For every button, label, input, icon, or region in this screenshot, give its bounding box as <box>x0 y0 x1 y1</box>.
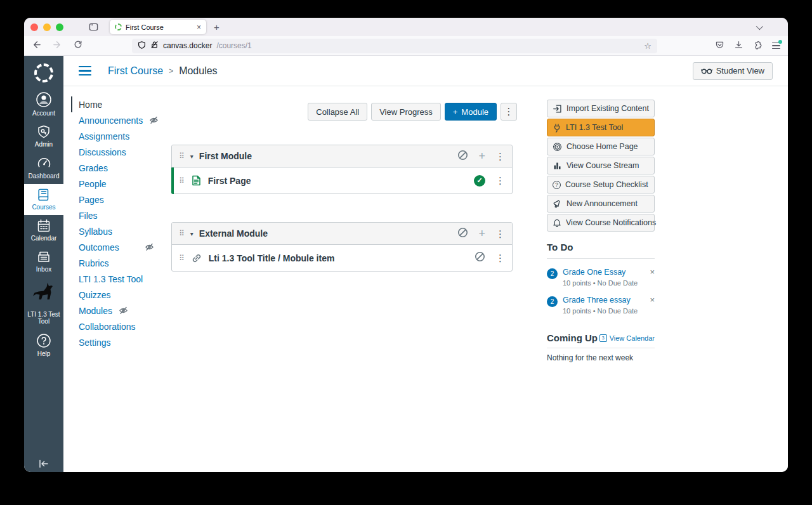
new-announcement-button[interactable]: New Announcement <box>547 195 655 213</box>
dismiss-todo-icon[interactable]: × <box>650 296 655 304</box>
modules-options-kebab-icon[interactable]: ⋮ <box>501 103 517 121</box>
unpublish-ban-icon[interactable] <box>457 150 468 163</box>
item-kebab-icon[interactable]: ⋮ <box>495 176 505 185</box>
gear-target-icon <box>553 142 562 152</box>
list-tabs-chevron-icon[interactable] <box>756 25 782 30</box>
item-kebab-icon[interactable]: ⋮ <box>495 253 505 263</box>
course-nav-settings[interactable]: Settings <box>79 334 190 350</box>
question-circle-icon: ? <box>553 181 561 189</box>
window-controls <box>30 23 63 31</box>
module-item-lti-tool[interactable]: ⠿ Lti 1.3 Tool Title / Mobule item ⋮ <box>172 244 512 271</box>
minimize-window-button[interactable] <box>43 23 51 31</box>
global-nav-label: LTI 1.3 Test Tool <box>25 311 63 325</box>
view-calendar-link[interactable]: 3 View Calendar <box>599 334 655 342</box>
dismiss-todo-icon[interactable]: × <box>650 268 655 276</box>
browser-toolbar: canvas.docker/courses/1 ☆ <box>24 36 788 56</box>
global-nav-account[interactable]: Account <box>24 88 63 121</box>
global-nav-admin[interactable]: Admin <box>24 121 63 152</box>
global-nav-help[interactable]: Help <box>24 329 63 362</box>
drag-handle-icon[interactable]: ⠿ <box>179 177 185 185</box>
course-setup-checklist-button[interactable]: ? Course Setup Checklist <box>547 176 655 193</box>
import-existing-content-button[interactable]: Import Existing Content <box>547 100 655 117</box>
add-module-button[interactable]: +Module <box>445 103 497 121</box>
unpublish-ban-icon[interactable] <box>457 227 468 240</box>
global-nav-label: Dashboard <box>29 173 60 180</box>
course-nav-collaborations[interactable]: Collaborations <box>79 318 190 334</box>
firefox-view-icon[interactable] <box>89 22 98 32</box>
collapse-all-button[interactable]: Collapse All <box>308 103 367 121</box>
module-item-title[interactable]: First Page <box>208 176 251 186</box>
todo-meta: 10 points • No Due Date <box>563 307 638 315</box>
module-title: External Module <box>199 228 268 239</box>
global-nav-label: Inbox <box>36 266 51 273</box>
reload-button[interactable] <box>74 40 82 51</box>
todo-link[interactable]: Grade One Essay <box>563 268 638 277</box>
lti-test-tool-button[interactable]: LTI 1.3 Test Tool <box>547 119 655 136</box>
global-nav-calendar[interactable]: Calendar <box>24 215 63 246</box>
unpublished-ban-icon[interactable] <box>475 251 485 265</box>
global-nav-dashboard[interactable]: Dashboard <box>24 152 63 184</box>
hidden-eye-slash-icon <box>145 242 154 252</box>
global-nav-label: Help <box>37 350 51 357</box>
page-document-icon <box>192 175 201 186</box>
external-link-icon <box>192 253 202 263</box>
bookmark-star-icon[interactable]: ☆ <box>644 41 652 51</box>
module-external-module: ⠿ ▾ External Module + ⋮ ⠿ <box>171 222 513 272</box>
menu-notification-dot <box>778 40 782 44</box>
published-check-icon[interactable]: ✓ <box>474 175 485 187</box>
module-item-title[interactable]: Lti 1.3 Tool Title / Mobule item <box>209 253 335 263</box>
app-menu-icon[interactable] <box>772 43 780 49</box>
bell-icon <box>553 218 561 228</box>
module-first-module: ⠿ ▾ First Module + ⋮ ⠿ F <box>171 145 513 194</box>
course-nav-modules[interactable]: Modules <box>79 303 190 318</box>
back-button[interactable] <box>32 40 41 52</box>
module-kebab-icon[interactable]: ⋮ <box>495 229 505 239</box>
tab-close-icon[interactable]: × <box>197 23 201 32</box>
global-nav-lti-tool[interactable]: LTI 1.3 Test Tool <box>24 277 63 329</box>
forward-button[interactable] <box>53 40 62 52</box>
course-nav-quizzes[interactable]: Quizzes <box>79 287 190 303</box>
course-nav-toggle-icon[interactable] <box>79 66 91 76</box>
insecure-lock-icon[interactable] <box>150 41 159 51</box>
view-progress-button[interactable]: View Progress <box>371 103 441 121</box>
new-tab-button[interactable]: + <box>214 22 219 32</box>
global-nav-inbox[interactable]: Inbox <box>24 246 63 277</box>
extensions-puzzle-icon[interactable] <box>753 40 763 52</box>
unicorn-icon <box>33 283 53 300</box>
module-item-first-page[interactable]: ⠿ First Page ✓ ⋮ <box>172 167 512 193</box>
browser-tab[interactable]: First Course × <box>110 20 206 34</box>
zoom-window-button[interactable] <box>56 23 63 31</box>
tracking-protection-shield-icon[interactable] <box>138 41 146 51</box>
downloads-icon[interactable] <box>734 40 743 52</box>
module-kebab-icon[interactable]: ⋮ <box>495 152 505 161</box>
drag-handle-icon[interactable]: ⠿ <box>179 230 185 237</box>
coming-up-heading: Coming Up <box>547 332 598 343</box>
student-view-button[interactable]: Student View <box>693 62 773 80</box>
choose-home-page-button[interactable]: Choose Home Page <box>547 138 655 155</box>
todo-count-badge: 2 <box>547 296 558 307</box>
course-nav-lti-test-tool[interactable]: LTI 1.3 Test Tool <box>79 271 190 287</box>
drag-handle-icon[interactable]: ⠿ <box>179 152 185 160</box>
tab-favicon-icon <box>115 23 122 30</box>
global-nav-label: Admin <box>35 141 53 148</box>
global-nav-label: Account <box>32 110 55 117</box>
address-bar[interactable]: canvas.docker/courses/1 ☆ <box>132 39 657 53</box>
close-window-button[interactable] <box>30 23 38 31</box>
collapse-module-caret-icon[interactable]: ▾ <box>190 153 193 160</box>
collapse-module-caret-icon[interactable]: ▾ <box>190 230 193 237</box>
canvas-logo-icon[interactable] <box>34 63 53 82</box>
url-path: /courses/1 <box>216 41 251 50</box>
add-item-plus-icon[interactable]: + <box>478 150 485 162</box>
breadcrumb-course-link[interactable]: First Course <box>108 65 163 77</box>
drag-handle-icon[interactable]: ⠿ <box>179 254 185 262</box>
pocket-icon[interactable] <box>715 40 724 52</box>
todo-link[interactable]: Grade Three essay <box>563 296 638 305</box>
view-course-notifications-button[interactable]: View Course Notifications <box>547 214 655 232</box>
breadcrumb-separator: > <box>169 67 173 75</box>
view-course-stream-button[interactable]: View Course Stream <box>547 157 655 174</box>
todo-meta: 10 points • No Due Date <box>563 279 638 287</box>
global-nav-courses[interactable]: Courses <box>24 184 63 215</box>
tab-bar: First Course × + <box>24 18 788 36</box>
collapse-global-nav-button[interactable] <box>24 459 63 468</box>
add-item-plus-icon[interactable]: + <box>478 228 485 239</box>
